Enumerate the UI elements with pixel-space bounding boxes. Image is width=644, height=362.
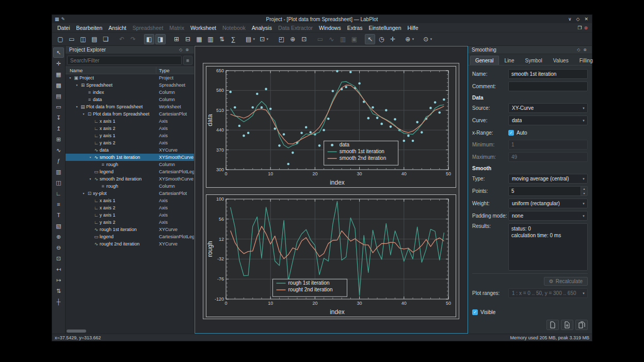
expander-icon[interactable]: ▼	[88, 156, 93, 159]
maximize-button[interactable]: ◇	[576, 17, 580, 22]
spin-up-icon[interactable]: ▲	[581, 187, 587, 191]
shift-left-tool[interactable]: ↤	[53, 264, 64, 274]
add-text-tool[interactable]: T	[53, 210, 64, 220]
curve-combo[interactable]: data▼	[508, 116, 588, 125]
tree-row-index[interactable]: ≡indexColumn	[66, 89, 194, 96]
tree-row-data[interactable]: ∿dataXYCurve	[66, 146, 194, 154]
new-notebook-tool[interactable]: ▭	[53, 102, 64, 112]
new-spreadsheet-tool[interactable]: ▦	[53, 69, 64, 79]
spin-down-icon[interactable]: ▼	[581, 191, 587, 196]
padding-mode-combo[interactable]: none▼	[508, 211, 588, 221]
tree-row-rough-1st-iteration[interactable]: ∿rough 1st iterationXYCurve	[66, 226, 194, 233]
tab-line[interactable]: Line	[500, 56, 520, 65]
tree-row-plot-data-from-spreadsheet[interactable]: ▼⊡Plot data from SpreadsheetCartesianPlo…	[66, 110, 194, 118]
close-explorer-button[interactable]: ⊗	[184, 47, 190, 52]
zoom-in-tool[interactable]: ⊕	[53, 232, 64, 242]
tab-filling[interactable]: Filling	[574, 56, 598, 65]
menu-data-extractor[interactable]: Data Extractor	[275, 25, 316, 31]
plot-canvas[interactable]: 01020304050-120-76-321256100indexroughro…	[206, 195, 456, 317]
new-plot-button[interactable]: ⊡▼	[258, 34, 270, 44]
tree-row-y-axis-1[interactable]: ∟y axis 1Axis	[66, 132, 194, 139]
menu-matrix[interactable]: Matrix	[166, 25, 187, 31]
tree-row-project[interactable]: ▼▣ProjectProject	[66, 74, 194, 81]
float-dock-button[interactable]: ◇	[575, 47, 582, 52]
export-tool[interactable]: ↥	[53, 123, 64, 134]
scrollbar-thumb[interactable]	[67, 330, 86, 333]
new-document-button[interactable]: ▢	[55, 34, 66, 44]
tab-symbol[interactable]: Symbol	[520, 56, 547, 65]
load-config-button[interactable]	[546, 320, 559, 330]
tree-row-x-axis-1[interactable]: ∟x axis 1Axis	[66, 197, 194, 204]
statistics-button[interactable]: ∑	[228, 34, 238, 44]
add-legend-button[interactable]: ▥	[337, 34, 348, 44]
tab-general[interactable]: General	[470, 56, 499, 65]
tree-row-x-axis-1[interactable]: ∟x axis 1Axis	[66, 118, 194, 125]
expander-icon[interactable]: ▼	[68, 76, 73, 79]
zoom-out-tool[interactable]: ⊖	[53, 242, 64, 253]
tree-row-smooth-2nd-iteration[interactable]: ▼∿smooth 2nd iterationXYSmoothCurve	[66, 175, 194, 183]
menu-extras[interactable]: Extras	[344, 25, 366, 31]
crosshair-tool[interactable]: ✛	[53, 58, 64, 69]
select-region-button[interactable]: ◰	[276, 34, 286, 44]
plot-canvas[interactable]: 01020304050300370440510580650indexdatada…	[206, 67, 456, 187]
tab-values[interactable]: Values	[548, 56, 574, 65]
pointer-tool[interactable]: ↖	[53, 47, 64, 58]
spin-buttons[interactable]: ▲▼	[581, 186, 588, 196]
maximum-input[interactable]	[508, 152, 588, 162]
menu-einstellungen[interactable]: Einstellungen	[365, 25, 404, 31]
remove-row-button[interactable]: ▦	[194, 34, 204, 44]
expander-icon[interactable]: ▼	[74, 105, 79, 108]
name-input[interactable]	[508, 69, 588, 79]
type-combo[interactable]: moving average (central)▼	[508, 174, 588, 184]
insert-column-button[interactable]: ⊟	[183, 34, 193, 44]
worksheet-canvas[interactable]: 01020304050300370440510580650indexdatada…	[203, 63, 459, 319]
save-default-button[interactable]	[575, 320, 588, 330]
zoom-in-view-button[interactable]: ⊕	[287, 34, 298, 44]
tree-row-legend[interactable]: ▭legendCartesianPlotLegend	[66, 168, 194, 175]
add-axis-tool[interactable]: ∟	[53, 188, 64, 199]
add-boxplot-tool[interactable]: ◫	[53, 177, 64, 188]
add-histogram-tool[interactable]: ▥	[53, 167, 64, 177]
select-pointer-button[interactable]: ↖	[365, 34, 375, 44]
auto-range-checkbox[interactable]: ✓	[508, 130, 514, 136]
worksheet-subwindow[interactable]: 01020304050300370440510580650indexdatada…	[195, 46, 468, 334]
plot-ranges-combo[interactable]: 1 : x = 0 .. 50, y = 300 .. 650▼	[508, 288, 588, 298]
xy-plot[interactable]: 01020304050-120-76-321256100indexroughro…	[206, 194, 456, 317]
magnification-button[interactable]: ⊙▼	[422, 34, 434, 44]
tree-row-y-axis-2[interactable]: ∟y axis 2Axis	[66, 139, 194, 146]
zoom-fit-page-button[interactable]: ⊡	[299, 34, 309, 44]
project-explorer-titlebar[interactable]: Project Explorer ◇⊗	[66, 46, 194, 54]
insert-row-button[interactable]: ⊞	[171, 34, 182, 44]
tree-row-rough[interactable]: ≡roughColumn	[66, 183, 194, 190]
menu-spreadsheet[interactable]: Spreadsheet	[130, 25, 167, 31]
points-input[interactable]	[508, 186, 581, 196]
remove-column-button[interactable]: ▥	[205, 34, 216, 44]
menu-hilfe[interactable]: Hilfe	[404, 25, 421, 31]
visible-checkbox[interactable]: ✓	[472, 309, 478, 315]
menu-notebook[interactable]: Notebook	[219, 25, 249, 31]
import-data-tool[interactable]: ↧	[53, 112, 64, 123]
add-equation-tool[interactable]: ƒ	[53, 156, 64, 166]
tree-row-spreadsheet[interactable]: ▼⊞SpreadsheetSpreadsheet	[66, 81, 194, 89]
minimize-button[interactable]: ∨	[568, 17, 572, 22]
smoothing-titlebar[interactable]: Smoothing ◇⊗	[468, 46, 592, 54]
filter-options-button[interactable]: ≡	[183, 56, 192, 65]
open-document-button[interactable]: ▭	[67, 34, 77, 44]
expander-icon[interactable]: ▼	[88, 177, 93, 180]
expander-icon[interactable]: ▼	[81, 112, 86, 116]
tree-row-data[interactable]: ≡dataColumn	[66, 96, 194, 103]
add-image-tool[interactable]: ▧	[53, 221, 64, 231]
float-explorer-button[interactable]: ◇	[178, 47, 184, 52]
column-header-name[interactable]: Name	[66, 67, 156, 74]
add-curve-tool[interactable]: ∿	[53, 145, 64, 155]
restore-subwindow-button[interactable]: ❐	[577, 25, 582, 30]
sort-spreadsheet-button[interactable]: ⇅	[217, 34, 227, 44]
menu-ansicht[interactable]: Ansicht	[105, 25, 129, 31]
new-matrix-tool[interactable]: ▩	[53, 80, 64, 90]
recalculate-button[interactable]: ⚙ Recalculate	[544, 277, 588, 286]
comment-input[interactable]	[508, 81, 588, 91]
menu-worksheet[interactable]: Worksheet	[187, 25, 219, 31]
points-spinbox[interactable]: ▲▼	[508, 186, 588, 196]
close-dock-button[interactable]: ⊗	[582, 47, 588, 52]
new-worksheet-tool[interactable]: ▤	[53, 91, 64, 101]
